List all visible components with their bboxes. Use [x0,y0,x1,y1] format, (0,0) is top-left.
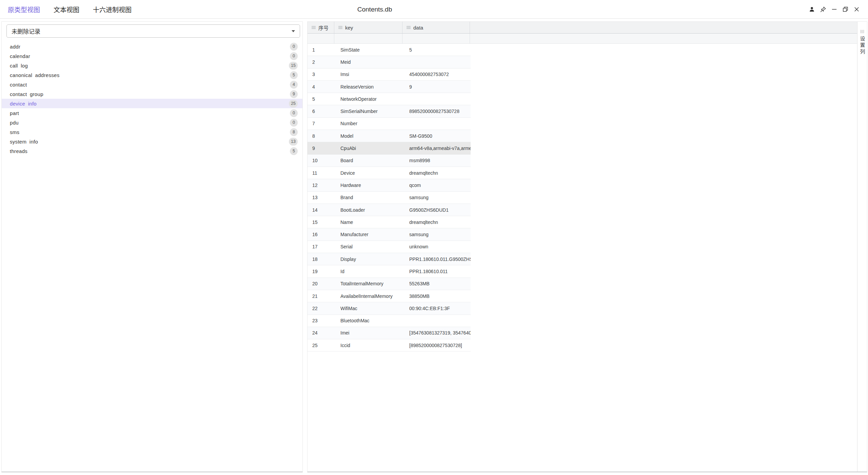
sidebar-item-threads[interactable]: threads5 [2,146,302,156]
table-row[interactable]: 17Serialunknown [308,241,471,253]
cell-key: Id [334,269,402,274]
cell-data: [8985200000827530728] [402,343,471,348]
pin-icon[interactable] [820,6,826,13]
table-row[interactable]: 4ReleaseVersion9 [308,81,471,93]
table-row[interactable]: 5NetworkOperator [308,93,471,105]
table-row[interactable]: 16Manufacturersamsung [308,228,471,241]
tab-hex-view[interactable]: 十六进制视图 [93,5,132,14]
grip-icon [861,30,864,33]
row-count-badge: 0 [290,109,298,117]
sidebar-item-system-info[interactable]: system info13 [2,137,302,146]
row-count-badge: 15 [289,62,298,70]
row-count-badge: 13 [289,138,298,146]
table-list-panel: 未删除记录 addr0calendar0call log15canonical … [1,21,303,472]
sidebar-item-contact-group[interactable]: contact group9 [2,89,302,99]
filter-input-data[interactable] [402,34,470,43]
cell-key: Name [334,220,402,225]
column-header-num[interactable]: 序号 [308,22,334,33]
table-row[interactable]: 7Number [308,118,471,130]
table-name: pdu [10,120,19,126]
cell-key: TotalInternalMemory [334,281,402,286]
cell-num: 17 [308,244,334,249]
record-filter-dropdown[interactable]: 未删除记录 [6,24,300,38]
restore-icon[interactable] [842,6,849,13]
table-row[interactable]: 24Imei[354763081327319, 354764081... [308,327,471,339]
sidebar-item-addr[interactable]: addr0 [2,42,302,51]
table-row[interactable]: 8ModelSM-G9500 [308,130,471,142]
table-row[interactable]: 23BluetoothMac [308,315,471,327]
cell-num: 21 [308,293,334,299]
table-row[interactable]: 21AvailabelInternalMemory38850MB [308,290,471,302]
filter-input-key[interactable] [334,34,402,43]
sidebar-item-part[interactable]: part0 [2,108,302,118]
table-row[interactable]: 2Meid [308,56,471,68]
table-row[interactable]: 1SimState5 [308,44,471,56]
table-row[interactable]: 25Iccid[8985200000827530728] [308,339,471,352]
sidebar-item-pdu[interactable]: pdu0 [2,118,302,127]
row-count-badge: 0 [290,119,298,127]
cell-key: WifiMac [334,306,402,311]
table-row[interactable]: 15Namedreamqltechn [308,216,471,228]
close-icon[interactable] [853,6,860,13]
table-name: contact group [10,91,43,97]
table-row[interactable]: 13Brandsamsung [308,192,471,204]
table-name: calendar [10,53,30,59]
cell-num: 8 [308,133,334,139]
cell-num: 20 [308,281,334,286]
table-row[interactable]: 6SimSerialNumber8985200000827530728 [308,105,471,117]
cell-data: PPR1.180610.011.G9500ZHS6D... [402,256,471,262]
table-row[interactable]: 12Hardwareqcom [308,179,471,191]
column-settings-tab[interactable]: 设置列 [857,22,867,472]
tab-text-view[interactable]: 文本视图 [54,5,79,14]
cell-num: 19 [308,269,334,274]
cell-data: qcom [402,183,471,188]
cell-data: dreamqltechn [402,220,471,225]
cell-num: 7 [308,121,334,126]
column-header-data[interactable]: data [402,22,470,33]
table-row[interactable]: 11Devicedreamqltechn [308,167,471,179]
minimize-icon[interactable] [831,6,837,13]
cell-key: SimSerialNumber [334,109,402,114]
column-menu-icon [407,26,411,27]
table-name: threads [10,148,27,154]
cell-data: G9500ZHS6DUD1 [402,207,471,213]
column-label: 序号 [318,24,329,31]
grid-filter-row [308,34,857,44]
table-name: device info [10,101,37,107]
sidebar-item-sms[interactable]: sms8 [2,127,302,137]
table-name: part [10,110,19,116]
row-count-badge: 25 [289,100,298,108]
table-name: canonical addresses [10,72,59,78]
filter-input-num[interactable] [308,34,334,43]
row-count-badge: 8 [290,128,298,136]
cell-key: CpuAbi [334,146,402,151]
title-bar: 原类型视图 文本视图 十六进制视图 Contents.db [0,0,868,19]
cell-key: BootLoader [334,207,402,213]
table-row[interactable]: 20TotalInternalMemory55263MB [308,278,471,290]
column-header-key[interactable]: key [334,22,402,33]
table-row[interactable]: 22WifiMac00:90:4C:EB:F1:3F [308,302,471,315]
cell-data: [354763081327319, 354764081... [402,330,471,336]
table-row[interactable]: 9CpuAbiarm64-v8a,armeabi-v7a,armeabi [308,142,471,154]
cell-key: ReleaseVersion [334,84,402,90]
cell-num: 13 [308,195,334,200]
table-name: contact [10,82,27,88]
table-row[interactable]: 18DisplayPPR1.180610.011.G9500ZHS6D... [308,253,471,265]
cell-key: Imei [334,330,402,336]
sidebar-item-call-log[interactable]: call log15 [2,61,302,70]
sidebar-item-contact[interactable]: contact4 [2,80,302,89]
cell-num: 18 [308,256,334,262]
table-row[interactable]: 14BootLoaderG9500ZHS6DUD1 [308,204,471,216]
user-icon[interactable] [809,6,815,13]
cell-num: 25 [308,343,334,348]
sidebar-item-canonical-addresses[interactable]: canonical addresses5 [2,70,302,80]
cell-key: Manufacturer [334,232,402,237]
table-row[interactable]: 10Boardmsm8998 [308,155,471,167]
sidebar-item-device-info[interactable]: device info25 [2,99,302,108]
table-name: call log [10,63,28,69]
tab-original-type-view[interactable]: 原类型视图 [8,5,40,14]
table-row[interactable]: 19IdPPR1.180610.011 [308,265,471,278]
sidebar-item-calendar[interactable]: calendar0 [2,51,302,61]
cell-data: PPR1.180610.011 [402,269,471,274]
table-row[interactable]: 3Imsi454000082753072 [308,69,471,81]
